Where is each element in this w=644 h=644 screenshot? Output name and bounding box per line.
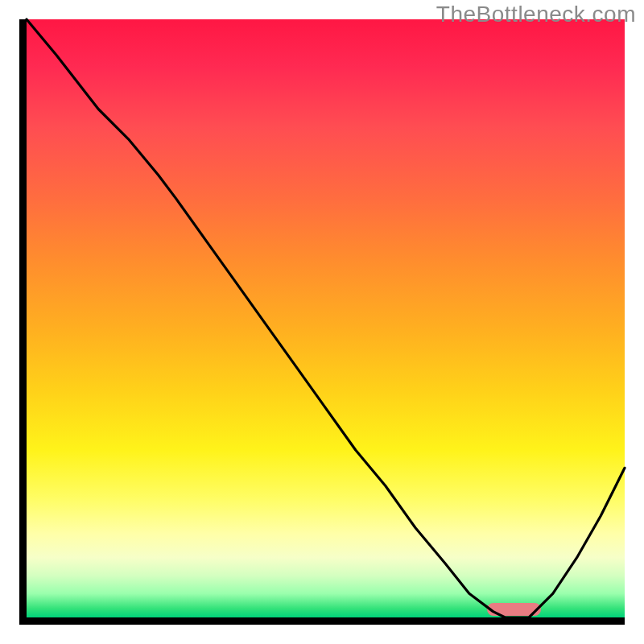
plot-area (19, 19, 625, 625)
curve-path (27, 19, 625, 617)
chart-container: TheBottleneck.com (0, 0, 644, 644)
watermark-text: TheBottleneck.com (436, 2, 636, 27)
bottleneck-curve (27, 19, 625, 617)
